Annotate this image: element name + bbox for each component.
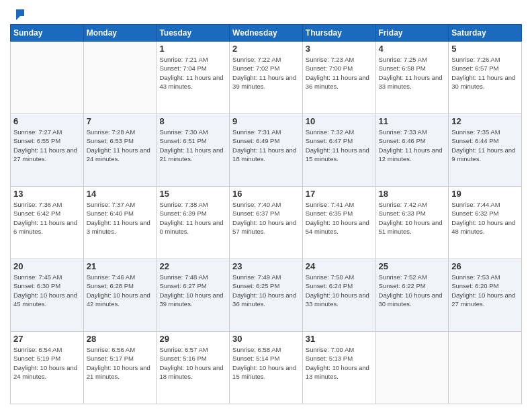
day-info: Sunrise: 7:46 AMSunset: 6:28 PMDaylight:…	[87, 273, 154, 308]
calendar-cell: 12Sunrise: 7:35 AMSunset: 6:44 PMDayligh…	[449, 114, 522, 187]
day-info: Sunrise: 7:25 AMSunset: 6:58 PMDaylight:…	[379, 55, 446, 91]
day-info: Sunrise: 7:31 AMSunset: 6:49 PMDaylight:…	[232, 128, 300, 163]
weekday-header-row: SundayMondayTuesdayWednesdayThursdayFrid…	[11, 25, 522, 42]
day-number: 6	[13, 116, 81, 126]
day-info: Sunrise: 7:27 AMSunset: 6:55 PMDaylight:…	[13, 128, 81, 163]
day-info: Sunrise: 7:49 AMSunset: 6:25 PMDaylight:…	[232, 273, 300, 308]
day-info: Sunrise: 7:44 AMSunset: 6:32 PMDaylight:…	[451, 200, 519, 236]
day-info: Sunrise: 6:58 AMSunset: 5:14 PMDaylight:…	[232, 345, 300, 381]
day-info: Sunrise: 7:38 AMSunset: 6:39 PMDaylight:…	[159, 200, 226, 236]
calendar-cell: 13Sunrise: 7:36 AMSunset: 6:42 PMDayligh…	[11, 187, 84, 259]
day-number: 8	[159, 116, 226, 126]
day-number: 3	[306, 44, 373, 54]
calendar-cell: 30Sunrise: 6:58 AMSunset: 5:14 PMDayligh…	[230, 332, 303, 404]
calendar-week-row: 20Sunrise: 7:45 AMSunset: 6:30 PMDayligh…	[11, 259, 522, 332]
calendar-cell: 9Sunrise: 7:31 AMSunset: 6:49 PMDaylight…	[230, 114, 303, 187]
calendar-cell: 17Sunrise: 7:41 AMSunset: 6:35 PMDayligh…	[302, 187, 375, 259]
day-info: Sunrise: 7:37 AMSunset: 6:40 PMDaylight:…	[87, 200, 154, 236]
day-number: 1	[159, 44, 226, 54]
day-number: 19	[451, 189, 519, 199]
day-info: Sunrise: 7:22 AMSunset: 7:02 PMDaylight:…	[232, 55, 300, 91]
calendar-cell: 15Sunrise: 7:38 AMSunset: 6:39 PMDayligh…	[157, 187, 230, 259]
calendar-cell: 22Sunrise: 7:48 AMSunset: 6:27 PMDayligh…	[157, 259, 230, 332]
day-number: 10	[306, 116, 373, 126]
day-info: Sunrise: 7:36 AMSunset: 6:42 PMDaylight:…	[13, 200, 81, 236]
calendar-cell: 26Sunrise: 7:53 AMSunset: 6:20 PMDayligh…	[449, 259, 522, 332]
day-info: Sunrise: 7:30 AMSunset: 6:51 PMDaylight:…	[159, 128, 226, 163]
day-number: 5	[451, 44, 519, 54]
day-info: Sunrise: 7:41 AMSunset: 6:35 PMDaylight:…	[306, 200, 373, 236]
day-number: 22	[159, 261, 226, 271]
day-info: Sunrise: 7:21 AMSunset: 7:04 PMDaylight:…	[159, 55, 226, 91]
calendar-cell	[375, 332, 449, 404]
calendar-cell: 23Sunrise: 7:49 AMSunset: 6:25 PMDayligh…	[230, 259, 303, 332]
calendar-week-row: 27Sunrise: 6:54 AMSunset: 5:19 PMDayligh…	[11, 332, 522, 404]
weekday-header: Sunday	[11, 25, 84, 42]
day-info: Sunrise: 7:48 AMSunset: 6:27 PMDaylight:…	[159, 273, 226, 308]
day-number: 4	[379, 44, 446, 54]
day-number: 16	[232, 189, 300, 199]
calendar-cell: 6Sunrise: 7:27 AMSunset: 6:55 PMDaylight…	[11, 114, 84, 187]
day-number: 27	[13, 334, 81, 344]
calendar-cell: 18Sunrise: 7:42 AMSunset: 6:33 PMDayligh…	[375, 187, 449, 259]
day-number: 20	[13, 261, 81, 271]
weekday-header: Friday	[375, 25, 449, 42]
day-info: Sunrise: 7:50 AMSunset: 6:24 PMDaylight:…	[306, 273, 373, 308]
weekday-header: Saturday	[449, 25, 522, 42]
calendar: SundayMondayTuesdayWednesdayThursdayFrid…	[10, 24, 522, 404]
day-info: Sunrise: 7:53 AMSunset: 6:20 PMDaylight:…	[451, 273, 519, 308]
day-number: 15	[159, 189, 226, 199]
day-number: 7	[87, 116, 154, 126]
calendar-cell: 31Sunrise: 7:00 AMSunset: 5:13 PMDayligh…	[302, 332, 375, 404]
day-info: Sunrise: 7:42 AMSunset: 6:33 PMDaylight:…	[379, 200, 446, 236]
calendar-cell: 14Sunrise: 7:37 AMSunset: 6:40 PMDayligh…	[83, 187, 157, 259]
calendar-cell	[11, 42, 84, 114]
calendar-cell: 3Sunrise: 7:23 AMSunset: 7:00 PMDaylight…	[302, 42, 375, 114]
weekday-header: Wednesday	[230, 25, 303, 42]
calendar-cell: 25Sunrise: 7:52 AMSunset: 6:22 PMDayligh…	[375, 259, 449, 332]
calendar-cell	[83, 42, 157, 114]
calendar-cell: 8Sunrise: 7:30 AMSunset: 6:51 PMDaylight…	[157, 114, 230, 187]
day-info: Sunrise: 7:32 AMSunset: 6:47 PMDaylight:…	[306, 128, 373, 163]
day-number: 29	[159, 334, 226, 344]
day-number: 23	[232, 261, 300, 271]
calendar-cell: 24Sunrise: 7:50 AMSunset: 6:24 PMDayligh…	[302, 259, 375, 332]
calendar-cell	[449, 332, 522, 404]
calendar-cell: 7Sunrise: 7:28 AMSunset: 6:53 PMDaylight…	[83, 114, 157, 187]
day-info: Sunrise: 7:00 AMSunset: 5:13 PMDaylight:…	[306, 345, 373, 381]
header	[10, 7, 522, 19]
calendar-cell: 16Sunrise: 7:40 AMSunset: 6:37 PMDayligh…	[230, 187, 303, 259]
weekday-header: Tuesday	[157, 25, 230, 42]
day-number: 18	[379, 189, 446, 199]
day-info: Sunrise: 7:40 AMSunset: 6:37 PMDaylight:…	[232, 200, 300, 236]
day-number: 2	[232, 44, 300, 54]
day-number: 13	[13, 189, 81, 199]
day-number: 12	[451, 116, 519, 126]
calendar-cell: 27Sunrise: 6:54 AMSunset: 5:19 PMDayligh…	[11, 332, 84, 404]
day-info: Sunrise: 7:45 AMSunset: 6:30 PMDaylight:…	[13, 273, 81, 308]
day-info: Sunrise: 7:52 AMSunset: 6:22 PMDaylight:…	[379, 273, 446, 308]
calendar-cell: 19Sunrise: 7:44 AMSunset: 6:32 PMDayligh…	[449, 187, 522, 259]
calendar-cell: 20Sunrise: 7:45 AMSunset: 6:30 PMDayligh…	[11, 259, 84, 332]
day-number: 9	[232, 116, 300, 126]
day-info: Sunrise: 7:33 AMSunset: 6:46 PMDaylight:…	[379, 128, 446, 163]
day-info: Sunrise: 7:23 AMSunset: 7:00 PMDaylight:…	[306, 55, 373, 91]
calendar-cell: 4Sunrise: 7:25 AMSunset: 6:58 PMDaylight…	[375, 42, 449, 114]
day-number: 24	[306, 261, 373, 271]
calendar-cell: 1Sunrise: 7:21 AMSunset: 7:04 PMDaylight…	[157, 42, 230, 114]
day-info: Sunrise: 7:28 AMSunset: 6:53 PMDaylight:…	[87, 128, 154, 163]
calendar-cell: 11Sunrise: 7:33 AMSunset: 6:46 PMDayligh…	[375, 114, 449, 187]
calendar-week-row: 6Sunrise: 7:27 AMSunset: 6:55 PMDaylight…	[11, 114, 522, 187]
calendar-cell: 5Sunrise: 7:26 AMSunset: 6:57 PMDaylight…	[449, 42, 522, 114]
weekday-header: Monday	[83, 25, 157, 42]
day-number: 21	[87, 261, 154, 271]
day-number: 30	[232, 334, 300, 344]
logo-icon	[11, 7, 26, 21]
day-number: 11	[379, 116, 446, 126]
calendar-cell: 10Sunrise: 7:32 AMSunset: 6:47 PMDayligh…	[302, 114, 375, 187]
calendar-cell: 2Sunrise: 7:22 AMSunset: 7:02 PMDaylight…	[230, 42, 303, 114]
day-number: 28	[87, 334, 154, 344]
day-number: 26	[451, 261, 519, 271]
calendar-cell: 28Sunrise: 6:56 AMSunset: 5:17 PMDayligh…	[83, 332, 157, 404]
day-number: 25	[379, 261, 446, 271]
